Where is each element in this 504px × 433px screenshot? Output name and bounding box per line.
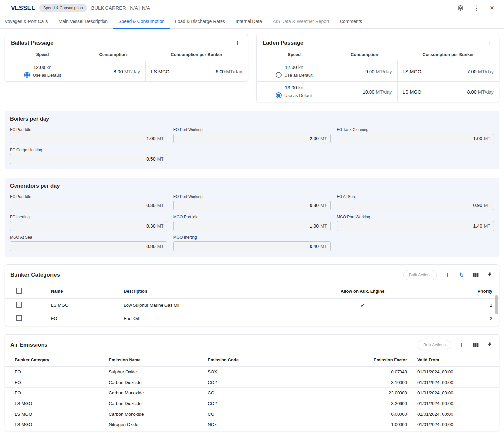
vertical-scrollbar[interactable] (495, 295, 498, 314)
field-label: FO Port Working (173, 127, 331, 132)
cell-priority: 1 (427, 299, 499, 312)
use-as-default-radio[interactable] (276, 72, 282, 78)
columns-icon[interactable] (472, 341, 480, 349)
bulk-actions-button[interactable]: Bulk Actions (418, 340, 451, 350)
cell-description: Fuel Oil (114, 312, 298, 325)
tab-comments[interactable]: Comments (335, 15, 368, 29)
row-checkbox[interactable] (16, 315, 22, 321)
tab-internal-data[interactable]: Internal Data (230, 15, 267, 29)
field-label: FO Port Idle (10, 127, 167, 132)
cell-valid-from: 01/01/2024, 00:00 (407, 398, 499, 409)
cell-emission-factor: 1.00000 (349, 419, 407, 430)
speed-unit: kn (46, 65, 51, 70)
cell-emission-factor: 3.10000 (349, 377, 407, 388)
fo-cargo-heating-input[interactable]: 0.50MT (10, 154, 167, 164)
tab-load-discharge-rates[interactable]: Load & Discharge Rates (170, 15, 230, 29)
air-emissions-title: Air Emissions (10, 342, 47, 348)
table-row[interactable]: 12.00 kn Use as Default 8.00 MT/day LS M (5, 61, 248, 82)
download-icon[interactable] (486, 271, 494, 279)
mgo-at-sea-input[interactable]: 0.80MT (10, 241, 167, 251)
cell-emission-factor: 3.20600 (349, 398, 407, 409)
row-checkbox[interactable] (16, 302, 22, 308)
mgo-port-working-input[interactable]: 1.40MT (337, 221, 494, 231)
bulk-actions-button[interactable]: Bulk Actions (403, 270, 437, 280)
col-header-valid-from: Valid From (407, 355, 499, 367)
tab-speed-consumption[interactable]: Speed & Consumption (113, 15, 170, 29)
download-icon[interactable] (486, 341, 494, 349)
laden-passage-header: Laden Passage + (257, 34, 499, 49)
fo-inerting-input[interactable]: 0.30MT (10, 221, 167, 231)
consumption-cell: 8.00 MT/day (80, 61, 146, 82)
table-header-row: Name Description Allow on Aux. Engine Pr… (5, 285, 499, 299)
use-as-default-radio[interactable] (276, 92, 282, 98)
field-label: MGO Inerting (173, 235, 331, 240)
cell-emission-code: CO2 (208, 377, 349, 388)
bunker-consumption: 8.00 MT/day (467, 89, 494, 95)
field-mgo-port-idle: MGO Port Idle 1.00MT (173, 215, 331, 231)
cell-emission-factor: 0.07049 (349, 367, 407, 377)
ballast-passage-card: Ballast Passage + Speed Consumption Cons… (5, 34, 248, 82)
main-content: Ballast Passage + Speed Consumption Cons… (0, 34, 504, 433)
add-bunker-category-icon[interactable]: + (443, 271, 451, 279)
consumption-unit: MT/day (376, 89, 392, 95)
field-unit: MT (157, 244, 163, 249)
sort-icon[interactable] (458, 271, 465, 279)
air-emissions-header: Air Emissions Bulk Actions + (5, 335, 499, 355)
table-row[interactable]: LS MGO Nitrogen Oxide NOx 1.00000 01/01/… (5, 419, 499, 430)
table-row[interactable]: FO Carbon Dioxcide CO2 3.10000 01/01/202… (5, 377, 499, 388)
table-row[interactable]: FO Sulphur Oxide SOX 0.07049 01/01/2024,… (5, 367, 499, 377)
field-fo-cargo-heating: FO Cargo Heating 0.50MT (10, 148, 167, 164)
field-label: FO Cargo Heating (10, 148, 167, 152)
field-unit: MT (320, 203, 327, 208)
broadcast-icon[interactable] (457, 4, 464, 12)
field-label: MGO At Sea (10, 235, 167, 240)
fo-at-sea-input[interactable]: 0.90MT (337, 201, 494, 210)
field-fo-tank-cleaning: FO Tank Cleaning 1.00MT (337, 127, 494, 143)
table-row[interactable]: FO Fuel Oil ✓ 2 (5, 312, 499, 325)
kebab-menu-icon[interactable]: ⋮ (472, 4, 480, 12)
col-header-speed: Speed (257, 49, 332, 61)
fo-tank-cleaning-input[interactable]: 1.00MT (337, 134, 494, 143)
fo-port-working-input[interactable]: 2.00MT (173, 134, 331, 143)
field-mgo-inerting: MGO Inerting 0.40MT (173, 235, 331, 251)
fo-port-idle-input[interactable]: 0.30MT (10, 201, 167, 210)
add-air-emission-icon[interactable]: + (458, 341, 465, 349)
add-laden-speed-icon[interactable]: + (485, 39, 493, 46)
bunker-cell: LS MGO 6.00 MT/day (146, 61, 248, 82)
ballast-passage-header: Ballast Passage + (5, 34, 248, 49)
col-header-consumption: Consumption (80, 49, 146, 61)
select-all-checkbox[interactable] (16, 288, 22, 294)
table-row[interactable]: LS MGO Low Sulphur Marine Gas Oil ✓ 1 (5, 299, 499, 312)
col-header-consumption-per-bunker: Consumption per Bunker (146, 49, 248, 61)
close-icon[interactable]: ✕ (488, 4, 496, 12)
use-as-default-label[interactable]: Use as Default (284, 73, 312, 77)
laden-passage-card: Laden Passage + Speed Consumption Consum… (256, 34, 500, 102)
field-unit: MT (157, 203, 163, 208)
use-as-default-radio[interactable] (24, 72, 30, 78)
table-row[interactable]: LS MGO Carbon Dioxcide CO2 3.20600 01/01… (5, 398, 499, 409)
page-title: VESSEL (11, 5, 35, 12)
ballast-passage-table: Speed Consumption Consumption per Bunker… (5, 49, 248, 81)
field-label: FO Port Idle (10, 194, 167, 199)
add-ballast-speed-icon[interactable]: + (234, 39, 242, 46)
cell-valid-from: 01/01/2024, 00:00 (407, 367, 499, 377)
tab-ais-data-weather-report[interactable]: AIS Data & Weather Report (267, 15, 335, 29)
field-fo-port-working: FO Port Working 0.80MT (173, 194, 331, 210)
table-row[interactable]: 12.00 kn Use as Default 9.00 MT/day LS M (257, 61, 499, 82)
fo-port-working-input[interactable]: 0.80MT (173, 201, 331, 210)
use-as-default-label[interactable]: Use as Default (33, 73, 61, 77)
table-row[interactable]: 13.00 kn Use as Default 10.00 MT/day LS (257, 82, 499, 102)
fo-port-idle-input[interactable]: 1.00MT (10, 134, 167, 143)
mgo-port-idle-input[interactable]: 1.00MT (173, 221, 331, 231)
tab-main-vessel-description[interactable]: Main Vessel Description (53, 15, 113, 29)
table-row[interactable]: FO Carbon Monoxide CO 22.00000 01/01/202… (5, 388, 499, 398)
table-row[interactable]: LS MGO Carbon Monoxide CO 0.00000 01/01/… (5, 409, 499, 419)
speed-cell: 12.00 kn Use as Default (5, 61, 80, 82)
use-as-default-label[interactable]: Use as Default (284, 93, 312, 98)
columns-icon[interactable] (472, 271, 480, 279)
field-unit: MT (157, 156, 163, 162)
mgo-inerting-input[interactable]: 0.40MT (173, 241, 331, 251)
tab-voyages-port-calls[interactable]: Voyages & Port Calls (0, 15, 53, 29)
cell-bunker-category: LS MGO (5, 398, 109, 409)
field-value: 0.90 (473, 203, 482, 208)
